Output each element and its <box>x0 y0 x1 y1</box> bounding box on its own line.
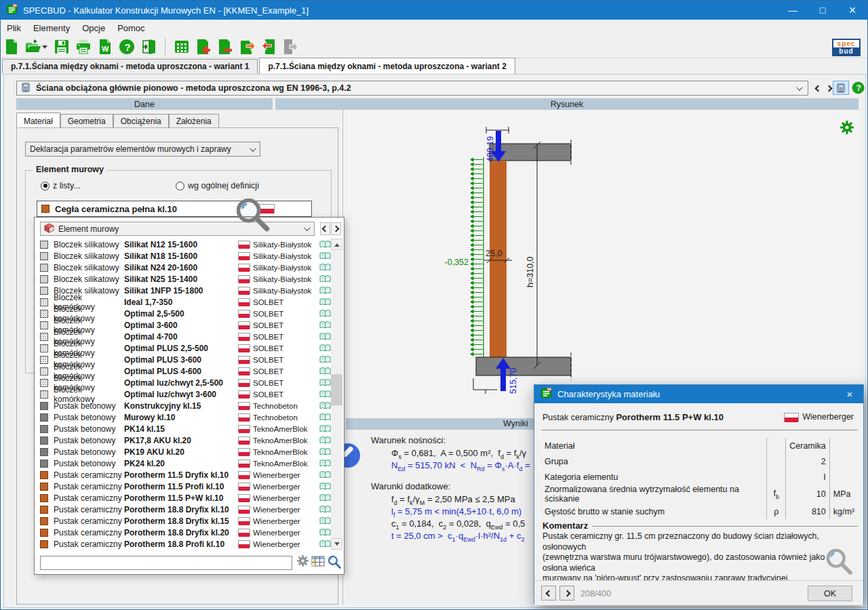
catalog-book-icon[interactable] <box>319 540 331 549</box>
catalog-book-icon[interactable] <box>319 344 331 353</box>
print-icon[interactable] <box>73 37 94 57</box>
dialog-close-button[interactable]: × <box>836 388 863 400</box>
scroll-up-button[interactable] <box>331 239 342 250</box>
catalog-book-icon[interactable] <box>319 459 331 468</box>
menu-plik[interactable]: Plik <box>1 21 27 35</box>
catalog-book-icon[interactable] <box>319 424 331 434</box>
wall-height-label: h=310,0 <box>526 256 535 287</box>
list-item[interactable]: Bloczek komórkowy Optimal luz/chwyt 3-60… <box>36 388 332 400</box>
search-magnifier-icon[interactable] <box>327 554 342 571</box>
material-type-icon <box>40 298 48 306</box>
menu-opcje[interactable]: Opcje <box>76 21 111 35</box>
element-category-combo[interactable]: Element murowy <box>40 222 315 236</box>
catalog-book-icon[interactable] <box>319 298 331 307</box>
catalog-book-icon[interactable] <box>319 470 331 480</box>
tab-obciazenia[interactable]: Obciążenia <box>113 114 169 128</box>
catalog-book-icon[interactable] <box>319 505 331 514</box>
catalog-book-icon[interactable] <box>319 378 331 388</box>
list-item[interactable]: Pustak betonowy PK19 AKU kl.20 TeknoAmer… <box>36 446 332 458</box>
list-item[interactable]: Bloczek silikatowy Silikat N25 15-1400 S… <box>36 273 332 285</box>
close-position-icon[interactable] <box>279 37 301 57</box>
catalog-book-icon[interactable] <box>319 493 331 503</box>
copy-position-icon[interactable] <box>236 37 258 57</box>
save-icon[interactable] <box>51 37 73 57</box>
list-item[interactable]: Pustak betonowy PK14 kl.15 TeknoAmerBlok <box>36 423 332 434</box>
open-dropdown-caret[interactable] <box>42 45 47 52</box>
context-help-button[interactable]: ? <box>852 81 865 94</box>
list-item[interactable]: Pustak betonowy Konstrukcyjny kl.15 Tech… <box>36 400 332 411</box>
maximize-button[interactable]: □ <box>808 1 837 20</box>
catalog-book-icon[interactable] <box>319 436 331 445</box>
prev-material-button[interactable] <box>541 586 556 601</box>
list-item[interactable]: Bloczek silikatowy Silikat N24 20-1600 S… <box>36 262 332 273</box>
list-item[interactable]: Pustak ceramiczny Porotherm 11.5 P+W kl.… <box>36 492 332 504</box>
minimize-button[interactable]: — <box>778 1 808 20</box>
settings-gear-icon[interactable] <box>297 555 309 569</box>
material-type: Pustak ceramiczny <box>54 505 124 514</box>
search-input[interactable] <box>40 556 292 570</box>
catalog-book-icon[interactable] <box>319 309 331 319</box>
list-item[interactable]: Pustak ceramiczny Porotherm 11.5 Profi k… <box>36 481 332 492</box>
list-item[interactable]: Pustak betonowy Murowy kl.10 Technobeton <box>36 411 332 423</box>
catalog-book-icon[interactable] <box>319 240 331 249</box>
delete-position-icon[interactable] <box>214 37 236 57</box>
category-next-button[interactable] <box>331 222 341 235</box>
catalog-book-icon[interactable] <box>319 482 331 491</box>
catalog-book-icon[interactable] <box>319 286 331 296</box>
catalog-book-icon[interactable] <box>319 321 331 330</box>
ok-button[interactable]: OK <box>808 586 852 601</box>
scroll-down-button[interactable] <box>331 538 342 550</box>
tab-zalozenia[interactable]: Założenia <box>169 114 219 128</box>
list-item[interactable]: Pustak ceramiczny Porotherm 18.8 Dryfix … <box>36 515 332 527</box>
insert-position-icon[interactable] <box>258 37 279 57</box>
catalog-book-icon[interactable] <box>319 274 331 284</box>
open-document-icon[interactable] <box>22 37 51 57</box>
prev-position-button[interactable] <box>812 82 823 94</box>
catalog-book-icon[interactable] <box>319 390 331 399</box>
tab-material[interactable]: Materiał <box>16 113 60 128</box>
tab-geometria[interactable]: Geometria <box>60 114 113 128</box>
poland-flag-icon <box>238 460 250 467</box>
catalog-book-icon[interactable] <box>319 401 331 411</box>
menu-elementy[interactable]: Elementy <box>27 21 76 35</box>
new-document-icon[interactable] <box>1 37 22 57</box>
table-view-icon[interactable] <box>311 556 325 569</box>
list-item[interactable]: Pustak betonowy PK17,8 AKU kl.20 TeknoAm… <box>36 434 332 446</box>
scrollbar-thumb[interactable] <box>331 374 342 405</box>
category-prev-button[interactable] <box>320 222 330 235</box>
catalog-book-icon[interactable] <box>319 447 331 457</box>
positions-list-icon[interactable] <box>171 37 193 57</box>
drawing-settings-gear-icon[interactable] <box>840 121 854 136</box>
catalog-book-icon[interactable] <box>319 251 331 261</box>
list-scrollbar[interactable] <box>331 239 342 550</box>
doc-tab-wariant-1[interactable]: p.7.1.Ściana między oknami - metoda upro… <box>2 59 258 74</box>
list-item[interactable]: Pustak ceramiczny Porotherm 18.8 Profi k… <box>36 538 332 550</box>
export-word-icon[interactable]: W <box>94 37 116 57</box>
declaration-select[interactable]: Deklaracja parametrów elementów murowych… <box>25 142 260 157</box>
doc-tab-wariant-2[interactable]: p.7.1.Ściana między oknami - metoda upro… <box>259 58 515 74</box>
catalog-book-icon[interactable] <box>319 528 331 537</box>
add-position-icon[interactable] <box>193 37 214 57</box>
list-item[interactable]: Bloczek silikatowy Silikat N12 15-1600 S… <box>36 239 332 250</box>
calculation-mode-button[interactable] <box>833 81 849 95</box>
catalog-book-icon[interactable] <box>319 516 331 526</box>
menu-pomoc[interactable]: Pomoc <box>111 21 151 35</box>
list-item[interactable]: Pustak betonowy PK24 kl.20 TeknoAmerBlok <box>36 458 332 469</box>
catalog-book-icon[interactable] <box>319 367 331 376</box>
help-icon[interactable]: ? <box>116 37 138 57</box>
list-item[interactable]: Pustak ceramiczny Porotherm 18.8 Dryfix … <box>36 504 332 515</box>
next-material-button[interactable] <box>559 586 574 601</box>
radio-z-listy[interactable]: z listy... <box>41 181 81 190</box>
catalog-book-icon[interactable] <box>319 332 331 342</box>
catalog-book-icon[interactable] <box>319 413 331 422</box>
radio-wg-ogolnej-definicji[interactable]: wg ogólnej definicji <box>176 181 259 190</box>
list-item[interactable]: Pustak ceramiczny Porotherm 18.8 Dryfix … <box>36 527 332 538</box>
catalog-book-icon[interactable] <box>319 263 331 272</box>
position-title-combo[interactable]: Ściana obciążona głównie pionowo - metod… <box>16 81 808 96</box>
list-item[interactable]: Pustak ceramiczny Porotherm 11.5 Dryfix … <box>36 469 332 481</box>
catalog-book-icon[interactable] <box>319 355 331 365</box>
exit-icon[interactable] <box>138 37 159 57</box>
close-button[interactable]: × <box>837 1 867 20</box>
list-item[interactable]: Bloczek silikatowy Silikat N18 15-1600 S… <box>36 250 332 262</box>
property-value: 2 <box>786 453 830 469</box>
